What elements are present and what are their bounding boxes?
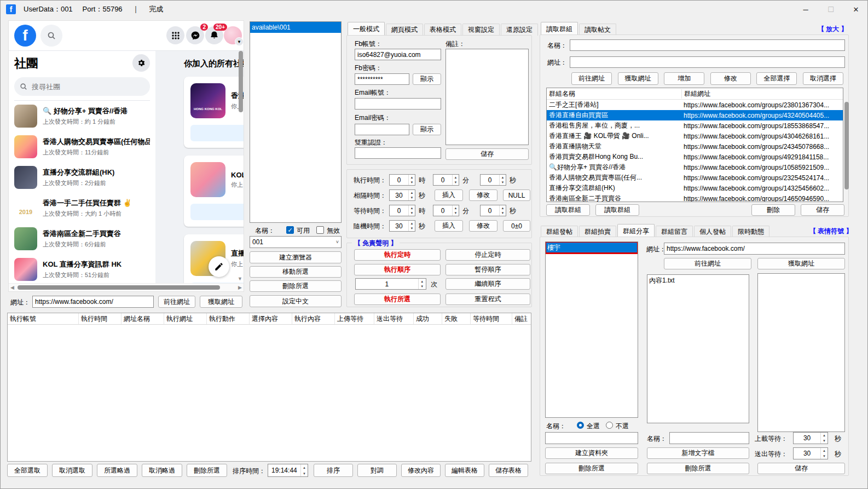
mode-tab[interactable]: 網頁模式 — [386, 24, 423, 36]
wait-hour-spinner[interactable]: ▲▼ — [389, 205, 415, 216]
group-table-row[interactable]: 香港人購物交易買賣專區(任何... https://www.facebook.c… — [547, 172, 843, 183]
content-preview-listbox[interactable] — [757, 273, 845, 432]
read-groups-button[interactable]: 讀取群組 — [546, 204, 590, 216]
horizontal-scrollbar[interactable]: ◀ ▶ — [9, 283, 244, 291]
apps-grid-icon[interactable] — [166, 26, 184, 44]
group-table-row[interactable]: 香港買賣交易群Hong Kong Bu... https://www.faceb… — [547, 152, 843, 162]
run-timer-button[interactable]: 執行定時 — [354, 249, 441, 261]
minimize-button[interactable]: ─ — [793, 1, 818, 18]
compose-button[interactable] — [209, 256, 229, 277]
view-group-button[interactable] — [190, 125, 244, 141]
stop-timer-button[interactable]: 停止定時 — [445, 249, 530, 261]
column-header-group-name[interactable]: 群組名稱 — [547, 89, 682, 99]
profile-list-item[interactable]: available\001 — [250, 22, 341, 33]
fb-password-input[interactable] — [355, 73, 409, 85]
poster-tab[interactable]: 個人發帖 — [694, 226, 731, 238]
gear-icon[interactable] — [132, 54, 150, 72]
new-text-file-button[interactable]: 新增文字檔 — [647, 447, 749, 459]
reader-action-button[interactable]: 取消選擇 — [803, 72, 843, 85]
profile-listbox[interactable]: available\001 — [250, 21, 342, 223]
mode-tab[interactable]: 視窗設定 — [462, 24, 500, 36]
save-table-button[interactable]: 儲存表格 — [489, 464, 528, 477]
swap-button[interactable]: 對調 — [357, 464, 397, 477]
scroll-right-icon[interactable]: ▶ — [238, 285, 242, 290]
task-column-header[interactable]: 等待時間 — [471, 313, 512, 324]
random-spinner[interactable]: ▲▼ — [389, 220, 415, 232]
notifications-bell-icon[interactable]: 20+ — [205, 26, 223, 44]
joined-group-card[interactable]: KOL 你上 — [184, 156, 244, 227]
task-column-header[interactable]: 執行內容 — [292, 313, 335, 324]
wait-second-spinner[interactable]: ▲▼ — [480, 205, 506, 216]
reader-action-button[interactable]: 獲取網址 — [618, 72, 658, 85]
task-column-header[interactable]: 執行動作 — [207, 313, 250, 324]
delete-selected-rows-button[interactable]: 刪除所選 — [187, 464, 227, 477]
task-column-header[interactable]: 網址名稱 — [121, 313, 164, 324]
reader-action-button[interactable]: 修改 — [710, 72, 751, 85]
task-column-header[interactable]: 失敗 — [442, 313, 471, 324]
group-list-item[interactable]: 🔍 好物分享+ 買賣谷//香港 上次發文時間：約 1 分鐘前 — [14, 101, 150, 131]
delete-group-button[interactable]: 刪除 — [751, 204, 795, 216]
reader-tab[interactable]: 讀取帖文 — [579, 24, 616, 36]
facebook-logo[interactable]: f — [14, 25, 36, 47]
browser-url-input[interactable] — [32, 296, 154, 308]
skip-selected-button[interactable]: 所選略過 — [97, 464, 137, 477]
group-list-item[interactable]: 香港南區全新二手買賣谷 上次發文時間：6分鐘前 — [14, 223, 150, 254]
exec-second-spinner[interactable]: ▲▼ — [480, 174, 506, 186]
save-content-button[interactable]: 儲存 — [757, 463, 845, 474]
group-table-row[interactable]: 香港直播自由買賣區 https://www.facebook.com/group… — [547, 110, 843, 120]
insert-time-button[interactable]: 插入 — [435, 189, 463, 201]
save-groups-button[interactable]: 儲存 — [801, 204, 844, 216]
close-button[interactable]: ✕ — [843, 1, 868, 18]
group-list-item[interactable]: 香港人購物交易買賣專區(任何物品均可) 上次發文時間：11分鐘前 — [14, 131, 150, 162]
view-group-button[interactable] — [190, 204, 244, 220]
reader-name-input[interactable] — [570, 39, 845, 51]
delete-selected-profiles-button[interactable]: 刪除所選 — [250, 280, 342, 292]
delete-selected-folder-button[interactable]: 刪除所選 — [545, 463, 638, 474]
select-all-radio[interactable] — [577, 422, 584, 429]
sort-button[interactable]: 排序 — [314, 464, 353, 477]
reset-program-button[interactable]: 重置程式 — [445, 294, 530, 305]
group-table-row[interactable]: 香港直播王 🎥 KOL帶貨 🎥 Onli... https://www.face… — [547, 131, 843, 141]
edit-content-button[interactable]: 修改內容 — [401, 464, 441, 477]
mode-tab[interactable]: 一般模式 — [348, 22, 385, 36]
exec-minute-spinner[interactable]: ▲▼ — [433, 174, 459, 186]
task-column-header[interactable]: 上傳等待 — [335, 313, 374, 324]
insert-random-button[interactable]: 插入 — [435, 220, 463, 232]
send-wait-spinner[interactable]: ▲▼ — [793, 447, 828, 459]
group-table-row[interactable]: 香港租售房屋，車位，商廈，... https://www.facebook.co… — [547, 120, 843, 131]
null-button[interactable]: NULL — [503, 189, 530, 201]
messenger-icon[interactable]: 2 — [186, 26, 204, 44]
fetch-url-button[interactable]: 獲取網址 — [200, 296, 242, 308]
delete-selected-file-button[interactable]: 刪除所選 — [647, 463, 749, 474]
create-folder-button[interactable]: 建立資料夾 — [545, 447, 638, 459]
poster-tab[interactable]: 群組發帖 — [541, 226, 578, 238]
scroll-left-icon[interactable]: ◀ — [10, 285, 14, 290]
avatar[interactable]: ▼ — [224, 26, 242, 44]
group-search-input[interactable] — [31, 82, 126, 91]
group-table-row[interactable]: 香港南區全新二手買賣谷 https://www.facebook.com/gro… — [547, 193, 843, 202]
edit-table-button[interactable]: 編輯表格 — [445, 464, 484, 477]
emoji-link[interactable]: 【 表情符號 】 — [809, 227, 853, 236]
run-selected-button[interactable]: 執行所選 — [354, 294, 441, 305]
poster-url-input[interactable] — [664, 243, 845, 255]
group-table-row[interactable]: 香港直播購物天堂 https://www.facebook.com/groups… — [547, 141, 843, 152]
search-icon[interactable] — [40, 25, 62, 47]
task-column-header[interactable]: 成功 — [414, 313, 442, 324]
task-column-header[interactable]: 選擇內容 — [250, 313, 292, 324]
resume-sequence-button[interactable]: 繼續順序 — [445, 278, 530, 290]
create-browser-button[interactable]: 建立瀏覽器 — [250, 251, 342, 263]
poster-tab[interactable]: 群組留言 — [656, 226, 693, 238]
maximize-button[interactable]: ☐ — [818, 1, 843, 18]
select-all-button[interactable]: 全部選取 — [7, 464, 48, 477]
group-list-item[interactable]: 香港一手二手任買任賣群 ✌️ 上次發文時間：大約 1 小時前 — [14, 193, 150, 223]
new-folder-name-input[interactable] — [545, 432, 638, 444]
group-table-row[interactable]: 🔍好物分享+ 買賣谷//香港 https://www.facebook.com/… — [547, 162, 843, 172]
horizontal-scrollbar-thumb[interactable] — [18, 285, 220, 290]
poster-tab[interactable]: 群組拍賣 — [579, 226, 616, 238]
content-file-item[interactable]: 內容1.txt — [647, 275, 749, 286]
save-account-button[interactable]: 儲存 — [445, 148, 529, 160]
reader-tab[interactable]: 讀取群組 — [541, 22, 578, 36]
poster-tab[interactable]: 限時動態 — [732, 226, 769, 238]
poster-goto-url-button[interactable]: 前往網址 — [664, 258, 751, 269]
group-list-item[interactable]: 直播分享交流群組(HK) 上次發文時間：2分鐘前 — [14, 162, 150, 193]
